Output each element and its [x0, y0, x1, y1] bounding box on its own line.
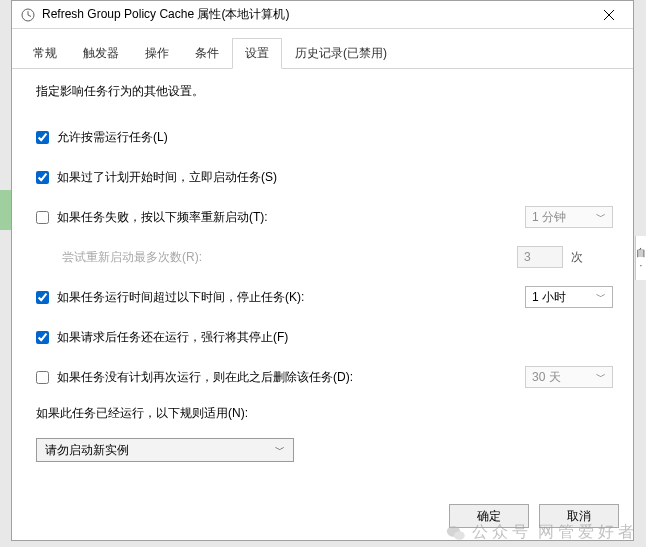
- external-right-strip: 自·: [635, 236, 646, 280]
- close-icon: [604, 10, 614, 20]
- close-button[interactable]: [589, 1, 629, 28]
- if-running-rule-combo[interactable]: 请勿启动新实例 ﹀: [36, 438, 294, 462]
- delete-if-not-scheduled-label: 如果任务没有计划再次运行，则在此之后删除该任务(D):: [57, 369, 353, 386]
- restart-on-fail-checkbox[interactable]: [36, 211, 49, 224]
- stop-if-longer-combo[interactable]: 1 小时 ﹀: [525, 286, 613, 308]
- chevron-down-icon: ﹀: [596, 210, 606, 224]
- svg-line-2: [28, 15, 31, 17]
- cancel-button[interactable]: 取消: [539, 504, 619, 528]
- tab-triggers[interactable]: 触发器: [70, 38, 132, 69]
- title-bar: Refresh Group Policy Cache 属性(本地计算机): [12, 1, 633, 29]
- tab-conditions[interactable]: 条件: [182, 38, 232, 69]
- delete-after-combo: 30 天 ﹀: [525, 366, 613, 388]
- force-stop-checkbox[interactable]: [36, 331, 49, 344]
- stop-if-longer-value: 1 小时: [532, 289, 566, 306]
- settings-description: 指定影响任务行为的其他设置。: [36, 83, 613, 100]
- dialog-window: Refresh Group Policy Cache 属性(本地计算机) 常规 …: [11, 0, 634, 541]
- tab-general[interactable]: 常规: [20, 38, 70, 69]
- run-if-missed-option[interactable]: 如果过了计划开始时间，立即启动任务(S): [36, 169, 277, 186]
- run-if-missed-label: 如果过了计划开始时间，立即启动任务(S): [57, 169, 277, 186]
- delete-if-not-scheduled-checkbox[interactable]: [36, 371, 49, 384]
- window-title: Refresh Group Policy Cache 属性(本地计算机): [42, 6, 589, 23]
- tab-actions[interactable]: 操作: [132, 38, 182, 69]
- restart-on-fail-label: 如果任务失败，按以下频率重新启动(T):: [57, 209, 268, 226]
- restart-retries-label: 尝试重新启动最多次数(R):: [62, 249, 202, 266]
- restart-interval-value: 1 分钟: [532, 209, 566, 226]
- chevron-down-icon: ﹀: [596, 290, 606, 304]
- allow-on-demand-option[interactable]: 允许按需运行任务(L): [36, 129, 168, 146]
- chevron-down-icon: ﹀: [596, 370, 606, 384]
- force-stop-label: 如果请求后任务还在运行，强行将其停止(F): [57, 329, 288, 346]
- ok-button[interactable]: 确定: [449, 504, 529, 528]
- force-stop-option[interactable]: 如果请求后任务还在运行，强行将其停止(F): [36, 329, 288, 346]
- stop-if-longer-option[interactable]: 如果任务运行时间超过以下时间，停止任务(K):: [36, 289, 304, 306]
- allow-on-demand-checkbox[interactable]: [36, 131, 49, 144]
- restart-retries-input: 3: [517, 246, 563, 268]
- restart-retries-suffix: 次: [571, 249, 583, 266]
- stop-if-longer-checkbox[interactable]: [36, 291, 49, 304]
- tab-history[interactable]: 历史记录(已禁用): [282, 38, 400, 69]
- run-if-missed-checkbox[interactable]: [36, 171, 49, 184]
- chevron-down-icon: ﹀: [275, 443, 285, 457]
- restart-on-fail-option[interactable]: 如果任务失败，按以下频率重新启动(T):: [36, 209, 268, 226]
- app-icon: [20, 7, 36, 23]
- if-running-rule-value: 请勿启动新实例: [45, 442, 129, 459]
- stop-if-longer-label: 如果任务运行时间超过以下时间，停止任务(K):: [57, 289, 304, 306]
- allow-on-demand-label: 允许按需运行任务(L): [57, 129, 168, 146]
- external-left-strip: [0, 190, 11, 230]
- dialog-footer: 确定 取消: [12, 494, 633, 540]
- settings-panel: 指定影响任务行为的其他设置。 允许按需运行任务(L) 如果过了计划开始时间，立即…: [12, 69, 633, 494]
- tab-bar: 常规 触发器 操作 条件 设置 历史记录(已禁用): [12, 29, 633, 69]
- restart-interval-combo: 1 分钟 ﹀: [525, 206, 613, 228]
- if-running-label: 如果此任务已经运行，以下规则适用(N):: [36, 405, 248, 422]
- delete-if-not-scheduled-option[interactable]: 如果任务没有计划再次运行，则在此之后删除该任务(D):: [36, 369, 353, 386]
- delete-after-value: 30 天: [532, 369, 561, 386]
- tab-settings[interactable]: 设置: [232, 38, 282, 69]
